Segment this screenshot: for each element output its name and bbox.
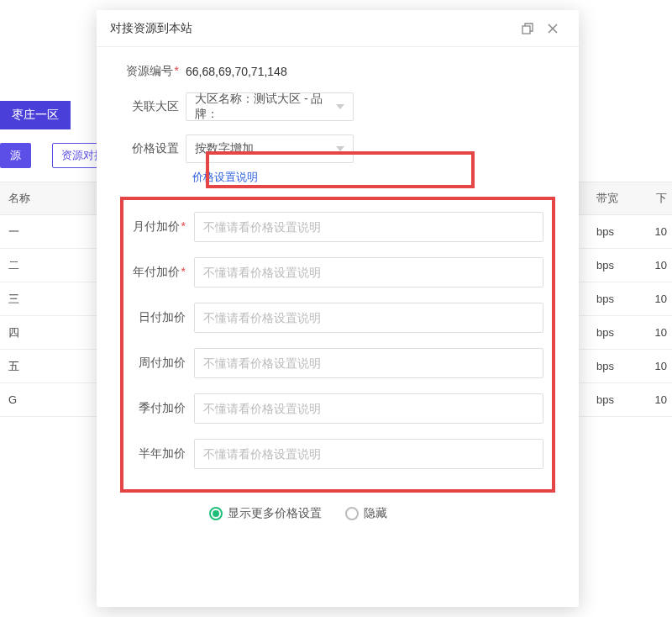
price-input-label: 周付加价 [132,356,194,371]
chevron-down-icon [336,104,344,109]
row-tail: 10 [647,393,672,406]
price-input-label: 季付加价 [132,401,194,416]
price-input-label: 月付加价* [132,219,194,235]
price-input-label: 半年加价 [132,446,194,461]
price-help-row: 价格设置说明 [105,170,570,185]
price-input-row: 月付加价* [132,212,543,242]
modal-body: 资源编号* 66,68,69,70,71,148 关联大区 大区名称：测试大区 … [97,47,579,521]
row-tail: 10 [647,225,672,238]
modal-header: 对接资源到本站 [97,10,579,47]
display-mode-radio-group: 显示更多价格设置 隐藏 [105,506,570,521]
bg-region-tag: 枣庄一区 [0,101,71,129]
field-region: 关联大区 大区名称：测试大区 - 品牌： [105,92,570,121]
row-tail: 10 [647,326,672,339]
radio-circle-icon [345,507,359,520]
field-price-mode: 价格设置 按数字增加 [105,134,570,163]
row-name: 一 [0,224,101,240]
radio-hide[interactable]: 隐藏 [345,506,387,521]
row-name: G [0,393,101,406]
row-name: 四 [0,325,101,340]
select-price-mode-value: 按数字增加 [195,141,254,156]
price-input-row: 半年加价 [132,439,543,469]
price-input-2[interactable] [194,303,543,333]
price-input-row: 季付加价 [132,393,543,424]
price-help-link[interactable]: 价格设置说明 [192,171,258,183]
price-input-4[interactable] [194,393,543,424]
select-price-mode[interactable]: 按数字增加 [186,134,354,163]
price-input-0[interactable] [194,212,543,242]
row-name: 三 [0,292,101,307]
price-inputs-highlight-box: 月付加价*年付加价*日付加价周付加价季付加价半年加价 [120,197,555,493]
bg-th-tail: 下 [647,191,672,206]
maximize-icon[interactable] [515,16,540,41]
select-region-value: 大区名称：测试大区 - 品牌： [195,92,328,122]
radio-show-more-label: 显示更多价格设置 [228,506,322,521]
row-bandwidth: bps [596,393,647,406]
modal-title: 对接资源到本站 [110,21,515,36]
price-input-5[interactable] [194,439,543,469]
row-bandwidth: bps [596,326,647,339]
price-input-1[interactable] [194,257,543,287]
price-input-row: 日付加价 [132,303,543,333]
close-icon[interactable] [540,16,565,41]
chevron-down-icon [336,146,344,151]
bg-th-name: 名称 [0,191,101,206]
field-resource-id: 资源编号* 66,68,69,70,71,148 [105,64,570,79]
bg-th-bandwidth: 带宽 [596,191,647,206]
label-price-mode: 价格设置 [115,141,186,156]
row-tail: 10 [647,360,672,372]
price-input-row: 周付加价 [132,348,543,378]
dock-resource-modal: 对接资源到本站 资源编号* 66,68,69,70,71,148 关联大区 大区… [97,10,579,607]
row-bandwidth: bps [596,293,647,305]
bg-source-button[interactable]: 源 [0,143,31,168]
row-tail: 10 [647,293,672,305]
price-input-row: 年付加价* [132,257,543,287]
radio-hide-label: 隐藏 [364,506,387,521]
select-region[interactable]: 大区名称：测试大区 - 品牌： [186,92,354,121]
svg-rect-0 [522,26,530,34]
price-input-3[interactable] [194,348,543,378]
value-resource-id: 66,68,69,70,71,148 [186,65,560,78]
row-bandwidth: bps [596,360,647,372]
row-name: 五 [0,359,101,374]
radio-circle-icon [209,507,223,520]
row-bandwidth: bps [596,259,647,272]
row-name: 二 [0,258,101,273]
price-input-label: 年付加价* [132,265,194,280]
radio-show-more[interactable]: 显示更多价格设置 [209,506,322,521]
label-region: 关联大区 [115,99,186,114]
row-tail: 10 [647,259,672,272]
price-input-label: 日付加价 [132,310,194,325]
label-resource-id: 资源编号* [115,64,186,79]
row-bandwidth: bps [596,225,647,238]
